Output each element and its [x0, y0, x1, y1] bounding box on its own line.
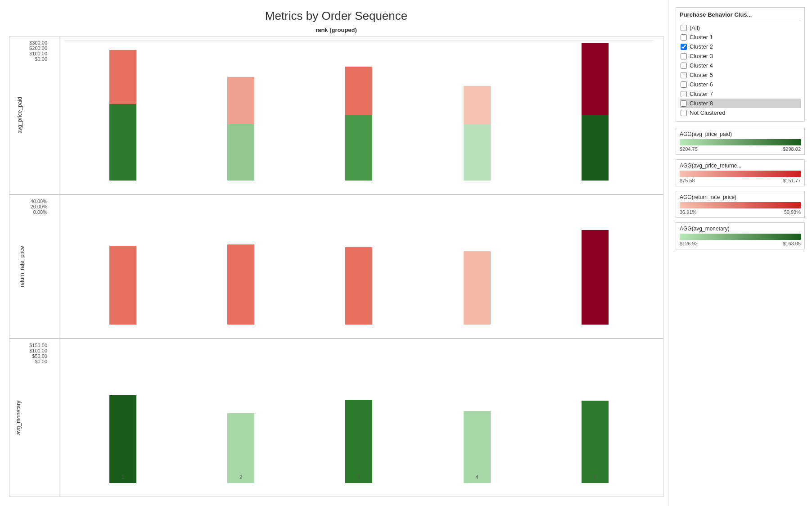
filter-item-cluster-2[interactable]: Cluster 2	[680, 42, 801, 51]
sub-chart-avg-price-paid: avg_price_paid $300.00 $200.00 $100.00 $…	[9, 36, 663, 194]
y-tick: $100.00	[29, 51, 47, 56]
range-min: $126.92	[680, 241, 698, 246]
bar-column-2: 2	[227, 343, 254, 483]
filter-checkbox-9[interactable]	[681, 110, 687, 116]
filter-item-cluster-6[interactable]: Cluster 6	[680, 80, 801, 89]
filter-checkbox-5[interactable]	[681, 72, 687, 78]
bar-stack	[345, 67, 372, 181]
range-min: 36.91%	[680, 209, 696, 215]
bar-column-3: 3	[345, 343, 372, 483]
filter-checkbox-6[interactable]	[681, 81, 687, 88]
sub-chart-return-rate: return_rate_price 40.00% 20.00% 0.00%	[9, 194, 663, 339]
filter-item-cluster-3[interactable]: Cluster 3	[680, 51, 801, 61]
bar-segment-bottom	[345, 67, 372, 115]
bar-column-5	[582, 199, 609, 325]
bar-column-4	[464, 40, 491, 181]
bar-segment-bottom	[109, 50, 136, 104]
color-range-0: $204.75$298.02	[680, 146, 801, 152]
filter-checkbox-3[interactable]	[681, 53, 687, 59]
filter-item-cluster-1[interactable]: Cluster 1	[680, 32, 801, 42]
bar-column-1	[109, 40, 136, 181]
x-axis-title: rank (grouped)	[9, 27, 663, 33]
bar-segment-bottom	[582, 43, 609, 115]
filter-item-(all)[interactable]: (All)	[680, 23, 801, 32]
y-tick: 40.00%	[31, 199, 47, 204]
x-label: 2	[239, 474, 243, 480]
bars-area-3: 1 2 3 4 5	[59, 339, 663, 497]
color-gradient-bar-0	[680, 139, 801, 145]
bar-column-2	[227, 40, 254, 181]
filter-label: Not Clustered	[690, 109, 725, 116]
range-max: $163.05	[783, 241, 801, 246]
legend-label-0: AGG(avg_price_paid)	[680, 131, 801, 137]
filter-label: (All)	[690, 24, 700, 31]
filter-item-cluster-7[interactable]: Cluster 7	[680, 89, 801, 99]
y-axis-wrapper-1: avg_price_paid $300.00 $200.00 $100.00 $…	[9, 36, 59, 194]
y-tick: $50.00	[32, 353, 47, 359]
filter-checkbox-4[interactable]	[681, 63, 687, 69]
legend-item-1: AGG(avg_price_returne...$75.58$151.77	[676, 159, 805, 186]
legend-item-0: AGG(avg_price_paid)$204.75$298.02	[676, 128, 805, 155]
y-axis-3: $150.00 $100.00 $50.00 $0.00	[9, 339, 50, 368]
bar-segment-top	[109, 104, 136, 181]
color-gradient-bar-1	[680, 171, 801, 177]
bar-segment-top	[345, 115, 372, 181]
y-axis-wrapper-2: return_rate_price 40.00% 20.00% 0.00%	[9, 195, 59, 338]
range-max: 50.93%	[784, 209, 801, 215]
filter-checkbox-1[interactable]	[681, 34, 687, 41]
filter-checkbox-8[interactable]	[681, 100, 687, 107]
bar-column-1: 1	[109, 343, 136, 483]
bar-column-2	[227, 199, 254, 325]
bar-column-3	[345, 40, 372, 181]
filter-label: Cluster 3	[690, 53, 713, 59]
filter-label: Cluster 2	[690, 43, 713, 50]
filter-checkbox-0[interactable]	[681, 25, 687, 31]
legend-label-2: AGG(return_rate_price)	[680, 194, 801, 200]
bar-segment-top	[582, 115, 609, 181]
bar-stack	[227, 77, 254, 181]
bar-segment-top	[464, 124, 491, 181]
color-range-1: $75.58$151.77	[680, 178, 801, 183]
right-panel: Purchase Behavior Clus... (All)Cluster 1…	[668, 0, 812, 506]
bar-stack	[109, 50, 136, 181]
y-tick: 20.00%	[31, 204, 47, 209]
filter-item-cluster-5[interactable]: Cluster 5	[680, 70, 801, 80]
y-label-2: return_rate_price	[19, 246, 25, 287]
filter-checkbox-7[interactable]	[681, 91, 687, 97]
filter-checkbox-2[interactable]	[681, 44, 687, 50]
filter-label: Cluster 4	[690, 62, 713, 69]
filter-items-container: (All)Cluster 1Cluster 2Cluster 3Cluster …	[680, 23, 801, 117]
charts-container: avg_price_paid $300.00 $200.00 $100.00 $…	[9, 36, 663, 497]
range-min: $204.75	[680, 146, 698, 152]
legend-label-3: AGG(avg_monetary)	[680, 226, 801, 232]
color-range-2: 36.91%50.93%	[680, 209, 801, 215]
y-tick: $0.00	[35, 359, 47, 364]
filter-label: Cluster 5	[690, 72, 713, 78]
bar-column-1	[109, 199, 136, 325]
bars-group-2	[64, 199, 654, 325]
filter-item-not-clustered[interactable]: Not Clustered	[680, 108, 801, 117]
bars-group-1	[64, 40, 654, 181]
y-label-3: avg_monetary	[15, 401, 22, 435]
bars-group-3: 1 2 3 4 5	[64, 343, 654, 483]
filter-item-cluster-4[interactable]: Cluster 4	[680, 61, 801, 70]
legend-label-1: AGG(avg_price_returne...	[680, 163, 801, 169]
legend-item-2: AGG(return_rate_price)36.91%50.93%	[676, 191, 805, 218]
y-tick: $200.00	[29, 45, 47, 51]
bar-stack	[582, 43, 609, 181]
bar-column-4: 4	[464, 343, 491, 483]
bar-column-4	[464, 199, 491, 325]
bar-column-3	[345, 199, 372, 325]
y-tick: 0.00%	[33, 209, 47, 215]
filter-label: Cluster 1	[690, 34, 713, 41]
legend-section: AGG(avg_price_paid)$204.75$298.02AGG(avg…	[676, 128, 805, 249]
y-tick: $300.00	[29, 40, 47, 45]
filter-item-cluster-8[interactable]: Cluster 8	[680, 99, 801, 108]
bar-segment-top	[227, 124, 254, 181]
x-label: 5	[594, 474, 597, 480]
x-label: 1	[122, 474, 125, 480]
y-axis-2: 40.00% 20.00% 0.00%	[9, 195, 50, 218]
y-label-1: avg_price_paid	[17, 97, 23, 133]
y-tick: $0.00	[35, 56, 47, 62]
range-max: $298.02	[783, 146, 801, 152]
